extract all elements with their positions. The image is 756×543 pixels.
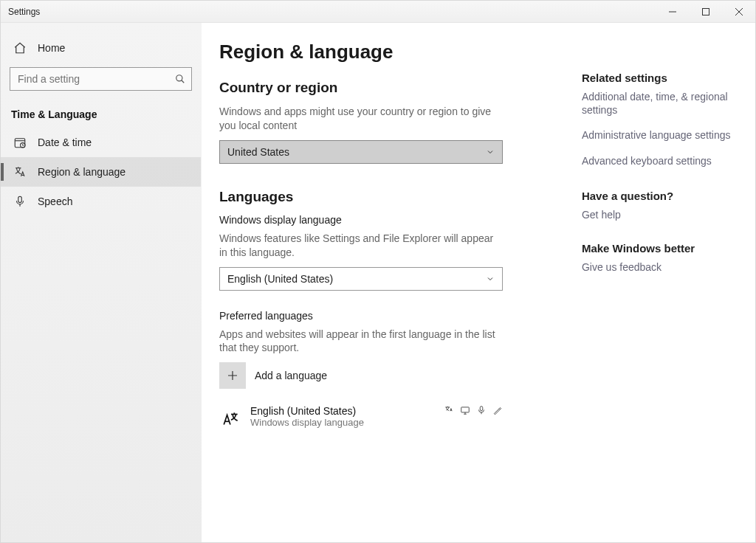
display-language-label: Windows display language: [219, 214, 552, 226]
calendar-clock-icon: [13, 135, 27, 150]
sidebar-item-label: Speech: [38, 196, 72, 207]
minimize-icon: [669, 8, 676, 15]
country-value: United States: [227, 146, 289, 158]
sidebar-item-speech[interactable]: Speech: [1, 187, 201, 216]
language-item[interactable]: English (United States) Windows display …: [219, 405, 503, 429]
search-box[interactable]: [10, 67, 192, 91]
language-glyph-icon: [219, 405, 243, 429]
content: Region & language Country or region Wind…: [202, 23, 755, 542]
microphone-icon: [13, 194, 27, 209]
close-icon: [735, 8, 743, 15]
minimize-button[interactable]: [656, 1, 689, 22]
content-side: Related settings Additional date, time, …: [582, 41, 738, 542]
link-additional-date-time-regional[interactable]: Additional date, time, & regional settin…: [582, 90, 738, 117]
related-settings-title: Related settings: [582, 72, 738, 84]
app-body: Home Time & Language Date & time Region …: [1, 23, 755, 542]
window-title: Settings: [1, 7, 40, 17]
svg-line-2: [182, 80, 185, 83]
language-subtext: Windows display language: [250, 417, 444, 428]
sidebar-item-label: Region & language: [38, 166, 126, 178]
link-get-help[interactable]: Get help: [582, 208, 738, 221]
home-nav[interactable]: Home: [1, 33, 201, 63]
sidebar: Home Time & Language Date & time Region …: [1, 23, 202, 542]
question-title: Have a question?: [582, 190, 738, 202]
display-language-desc: Windows features like Settings and File …: [219, 232, 500, 260]
country-desc: Windows and apps might use your country …: [219, 105, 500, 133]
window-controls: [656, 1, 755, 22]
display-language-value: English (United States): [227, 273, 333, 285]
link-advanced-keyboard[interactable]: Advanced keyboard settings: [582, 154, 738, 167]
maximize-icon: [702, 8, 709, 15]
sidebar-section-title: Time & Language: [1, 101, 201, 128]
titlebar: Settings: [1, 1, 755, 23]
add-language-button[interactable]: Add a language: [219, 362, 552, 389]
link-give-feedback[interactable]: Give us feedback: [582, 260, 738, 274]
sidebar-item-region-language[interactable]: Region & language: [1, 157, 201, 187]
display-language-dropdown[interactable]: English (United States): [219, 267, 503, 291]
languages-heading: Languages: [219, 189, 552, 205]
language-feature-icons: [444, 405, 503, 415]
display-language-icon: [460, 405, 470, 415]
svg-point-1: [176, 75, 182, 81]
add-language-label: Add a language: [255, 370, 327, 381]
country-heading: Country or region: [219, 80, 552, 96]
country-dropdown[interactable]: United States: [219, 140, 503, 164]
language-name: English (United States): [250, 405, 444, 417]
home-icon: [13, 41, 27, 55]
chevron-down-icon: [486, 148, 495, 156]
sidebar-item-date-time[interactable]: Date & time: [1, 128, 201, 157]
search-wrap: [1, 63, 201, 101]
svg-rect-6: [461, 407, 470, 412]
home-label: Home: [38, 42, 65, 54]
close-button[interactable]: [722, 1, 755, 22]
svg-rect-7: [480, 407, 483, 411]
svg-rect-5: [18, 196, 22, 202]
speech-recognition-icon: [476, 405, 487, 415]
link-administrative-language[interactable]: Administrative language settings: [582, 128, 738, 142]
selection-indicator: [1, 163, 4, 181]
page-title: Region & language: [219, 41, 552, 63]
preferred-languages-desc: Apps and websites will appear in the fir…: [219, 328, 500, 356]
chevron-down-icon: [486, 274, 495, 283]
maximize-button[interactable]: [689, 1, 722, 22]
search-icon: [175, 74, 185, 84]
text-to-speech-icon: [444, 405, 454, 415]
language-icon: [13, 165, 27, 179]
preferred-languages-label: Preferred languages: [219, 310, 552, 322]
handwriting-icon: [492, 405, 503, 415]
content-main: Region & language Country or region Wind…: [219, 41, 552, 542]
svg-rect-0: [702, 8, 709, 15]
language-info: English (United States) Windows display …: [250, 405, 444, 428]
sidebar-item-label: Date & time: [38, 136, 92, 148]
search-input[interactable]: [16, 72, 175, 86]
plus-icon: [219, 362, 246, 389]
feedback-title: Make Windows better: [582, 242, 738, 255]
